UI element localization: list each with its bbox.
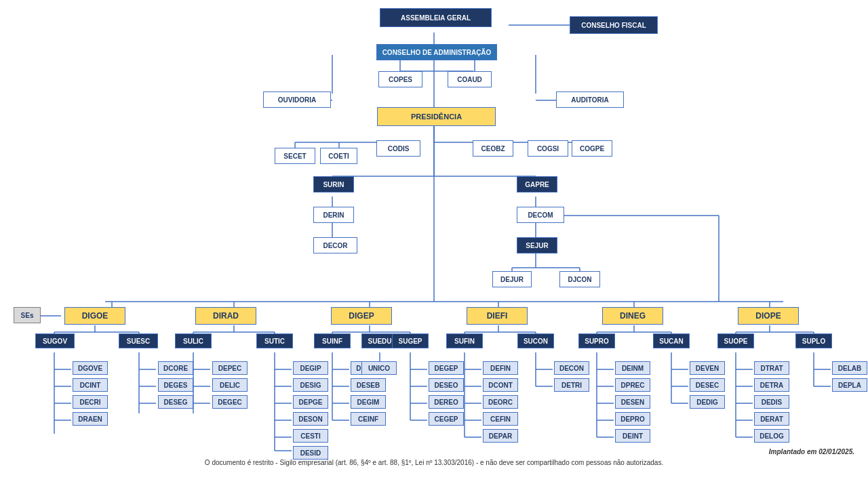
- box-dgove: DGOVE: [73, 361, 108, 375]
- box-derin: DERIN: [313, 207, 354, 223]
- box-coeti: COETI: [320, 148, 357, 164]
- box-suplo: SUPLO: [795, 333, 832, 348]
- box-conselho-fiscal: CONSELHO FISCAL: [570, 16, 658, 34]
- box-depro: DEPRO: [615, 412, 650, 426]
- box-degim: DEGIM: [351, 395, 386, 409]
- box-depla: DEPLA: [832, 378, 867, 392]
- box-dedis: DEDIS: [754, 395, 789, 409]
- box-sutic: SUTIC: [256, 333, 293, 348]
- box-suinf: SUINF: [314, 333, 351, 348]
- box-degep-sub: DEGEP: [429, 361, 464, 375]
- box-sejur: SEJUR: [517, 237, 557, 253]
- box-sulic: SULIC: [175, 333, 212, 348]
- box-suope: SUOPE: [717, 333, 754, 348]
- box-dereo: DEREO: [429, 395, 464, 409]
- box-ouvidoria: OUVIDORIA: [263, 92, 331, 108]
- box-deseg: DESEG: [158, 395, 193, 409]
- box-deseo: DESEO: [429, 378, 464, 392]
- box-sucon: SUCON: [517, 333, 554, 348]
- box-sufin: SUFIN: [446, 333, 483, 348]
- box-decon: DECON: [554, 361, 589, 375]
- box-codis: CODIS: [376, 140, 420, 157]
- box-copes: COPES: [378, 71, 422, 87]
- box-dirad: DIRAD: [195, 307, 256, 325]
- box-delab: DELAB: [832, 361, 867, 375]
- box-cegep: CEGEP: [429, 412, 464, 426]
- box-deinm: DEINM: [615, 361, 650, 375]
- box-draen: DRAEN: [73, 412, 108, 426]
- box-diefi: DIEFI: [467, 307, 528, 325]
- box-coaud: COAUD: [448, 71, 492, 87]
- box-desen: DESEN: [615, 395, 650, 409]
- box-sugov: SUGOV: [35, 333, 75, 348]
- box-assembleia-geral: ASSEMBLEIA GERAL: [380, 8, 492, 27]
- box-detra: DETRA: [754, 378, 789, 392]
- box-ceinf: CEINF: [351, 412, 386, 426]
- box-dprec: DPREC: [615, 378, 650, 392]
- box-decom: DECOM: [517, 207, 564, 223]
- box-digep: DIGEP: [331, 307, 392, 325]
- box-unico: UNICO: [361, 361, 397, 375]
- box-degip: DEGIP: [293, 361, 328, 375]
- box-decri: DECRI: [73, 395, 108, 409]
- box-dtrat: DTRAT: [754, 361, 789, 375]
- box-sugep: SUGEP: [392, 333, 429, 348]
- box-deint: DEINT: [615, 429, 650, 443]
- box-derat: DERAT: [754, 412, 789, 426]
- box-delic: DELIC: [212, 378, 248, 392]
- box-cogsi: COGSI: [528, 140, 568, 157]
- box-digoe: DIGOE: [64, 307, 125, 325]
- box-surin: SURIN: [313, 176, 354, 192]
- box-desig: DESIG: [293, 378, 328, 392]
- box-dcont: DCONT: [483, 378, 518, 392]
- box-cogpe: COGPE: [572, 140, 612, 157]
- box-deorc: DEORC: [483, 395, 518, 409]
- footer-disclaimer: O documento é restrito - Sigilo empresar…: [0, 458, 868, 468]
- box-djcon: DJCON: [559, 271, 600, 287]
- org-chart: ASSEMBLEIA GERAL CONSELHO FISCAL CONSELH…: [0, 0, 868, 468]
- box-dcint: DCINT: [73, 378, 108, 392]
- box-gapre: GAPRE: [517, 176, 557, 192]
- box-degec: DEGEC: [212, 395, 248, 409]
- box-deges: DEGES: [158, 378, 193, 392]
- box-defin: DEFIN: [483, 361, 518, 375]
- box-auditoria: AUDITORIA: [556, 92, 624, 108]
- box-cesti: CESTI: [293, 429, 328, 443]
- box-depar: DEPAR: [483, 429, 518, 443]
- box-sucan: SUCAN: [653, 333, 690, 348]
- box-dineg: DINEG: [602, 307, 663, 325]
- box-suesc: SUESC: [119, 333, 158, 348]
- box-ses: SEs: [14, 307, 41, 323]
- box-presidencia: PRESIDÊNCIA: [377, 107, 496, 126]
- box-desec: DESEC: [690, 378, 725, 392]
- box-deven: DEVEN: [690, 361, 725, 375]
- box-delog: DELOG: [754, 429, 789, 443]
- box-detri: DETRI: [554, 378, 589, 392]
- footer-date: Implantado em 02/01/2025.: [769, 448, 854, 455]
- box-dedig: DEDIG: [690, 395, 725, 409]
- box-secet: SECET: [275, 148, 315, 164]
- box-dcore: DCORE: [158, 361, 193, 375]
- box-diope: DIOPE: [738, 307, 799, 325]
- box-deson: DESON: [293, 412, 328, 426]
- box-depec: DEPEC: [212, 361, 248, 375]
- box-ceobz: CEOBZ: [473, 140, 513, 157]
- box-depge: DEPGE: [293, 395, 328, 409]
- box-decor: DECOR: [313, 237, 357, 253]
- box-supro: SUPRO: [578, 333, 615, 348]
- box-dejur: DEJUR: [492, 271, 532, 287]
- box-deseb: DESEB: [351, 378, 386, 392]
- box-cefin: CEFIN: [483, 412, 518, 426]
- box-conselho-admin: CONSELHO DE ADMINISTRAÇÃO: [376, 44, 497, 60]
